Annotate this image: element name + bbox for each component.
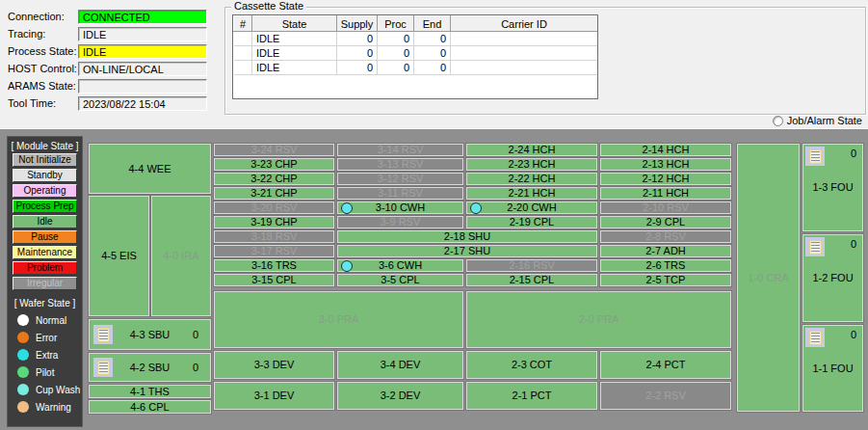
- wafer-count: 0: [193, 329, 198, 340]
- module-3-21-chp[interactable]: 3-21 CHP: [214, 187, 334, 200]
- module-2-8-rsv[interactable]: 2-8 RSV: [600, 230, 731, 243]
- module-4-2-sbu[interactable]: 4-2 SBU0: [89, 353, 211, 382]
- module-label: 4-0 IRA: [163, 251, 198, 261]
- module-3-20-rsv[interactable]: 3-20 RSV: [214, 202, 334, 214]
- radio-circle-icon[interactable]: [773, 116, 783, 126]
- module-3-14-rsv[interactable]: 3-14 RSV: [337, 144, 463, 156]
- module-2-16-rsv[interactable]: 2-16 RSV: [466, 259, 597, 272]
- module-2-21-hch[interactable]: 2-21 HCH: [466, 187, 597, 200]
- module-2-6-trs[interactable]: 2-6 TRS: [600, 259, 731, 272]
- col-header-end: End: [414, 16, 451, 32]
- module-3-19-chp[interactable]: 3-19 CHP: [214, 216, 334, 228]
- cassette-state-group: Cassette State # State Supply Proc End C…: [224, 7, 866, 115]
- module-2-23-hch[interactable]: 2-23 HCH: [466, 158, 597, 171]
- module-4-1-ths[interactable]: 4-1 THS: [89, 385, 211, 398]
- module-label: 2-3 COT: [512, 360, 552, 370]
- cassette-icon: [805, 237, 825, 256]
- module-3-1-dev[interactable]: 3-1 DEV: [214, 382, 334, 410]
- module-2-10-rsv[interactable]: 2-10 RSV: [600, 202, 731, 214]
- module-label: 3-5 CPL: [381, 275, 419, 285]
- module-4-4-wee[interactable]: 4-4 WEE: [89, 144, 211, 194]
- module-4-6-cpl[interactable]: 4-6 CPL: [89, 400, 211, 414]
- module-2-19-cpl[interactable]: 2-19 CPL: [466, 216, 597, 228]
- legend-panel: [ Module State ] Not Initialize Standby …: [7, 136, 83, 427]
- legend-maintenance: Maintenance: [13, 246, 77, 259]
- module-3-10-cwh[interactable]: 3-10 CWH: [337, 202, 463, 214]
- cell-carrier: [451, 61, 598, 75]
- module-2-11-hch[interactable]: 2-11 HCH: [600, 187, 731, 200]
- cassette-icon: [93, 325, 113, 344]
- module-label: 3-3 DEV: [254, 360, 295, 370]
- table-row[interactable]: IDLE 0 0 0: [234, 32, 598, 46]
- module-3-23-chp[interactable]: 3-23 CHP: [214, 158, 334, 171]
- module-1-3-fou[interactable]: 01-3 FOU: [802, 144, 863, 231]
- module-2-0-pra[interactable]: 2-0 PRA: [466, 291, 731, 348]
- module-3-24-rsv[interactable]: 3-24 RSV: [214, 144, 334, 156]
- module-label: 3-6 CWH: [379, 260, 422, 271]
- module-3-6-cwh[interactable]: 3-6 CWH: [337, 259, 463, 272]
- module-2-3-cot[interactable]: 2-3 COT: [466, 351, 597, 379]
- module-label: 2-1 PCT: [513, 390, 552, 401]
- module-2-2-rsv[interactable]: 2-2 RSV: [600, 382, 731, 410]
- module-2-5-tcp[interactable]: 2-5 TCP: [600, 274, 731, 286]
- table-row[interactable]: IDLE 0 0 0: [234, 61, 598, 75]
- cell-proc: 0: [378, 61, 414, 75]
- table-row[interactable]: IDLE 0 0 0: [234, 46, 598, 61]
- module-3-5-cpl[interactable]: 3-5 CPL: [337, 274, 463, 286]
- legend-wafer-label: Warning: [36, 402, 71, 413]
- module-2-12-hch[interactable]: 2-12 HCH: [600, 173, 731, 185]
- module-2-14-hch[interactable]: 2-14 HCH: [600, 144, 731, 156]
- module-1-2-fou[interactable]: 01-2 FOU: [802, 234, 863, 322]
- module-1-0-cra[interactable]: 1-0 CRA: [737, 144, 800, 412]
- module-3-22-chp[interactable]: 3-22 CHP: [214, 173, 334, 185]
- module-3-11-rsv[interactable]: 3-11 RSV: [337, 187, 463, 200]
- module-3-15-cpl[interactable]: 3-15 CPL: [214, 274, 334, 286]
- module-2-20-cwh[interactable]: 2-20 CWH: [466, 202, 597, 214]
- legend-wafer-extra: Extra: [17, 349, 82, 361]
- module-label: 3-4 DEV: [381, 360, 421, 370]
- module-label: 3-11 RSV: [378, 188, 423, 199]
- cell-state: IDLE: [252, 46, 337, 61]
- module-1-1-fou[interactable]: 01-1 FOU: [802, 325, 863, 412]
- legend-wafer-pilot: Pilot: [17, 366, 82, 378]
- module-label: 2-10 RSV: [643, 202, 689, 213]
- module-2-4-pct[interactable]: 2-4 PCT: [600, 351, 731, 379]
- module-3-4-dev[interactable]: 3-4 DEV: [337, 351, 463, 379]
- module-label: 3-24 RSV: [251, 145, 298, 155]
- module-label: 2-17 SHU: [444, 246, 490, 256]
- module-2-24-hch[interactable]: 2-24 HCH: [466, 144, 597, 156]
- module-label: 1-0 CRA: [748, 273, 788, 283]
- module-label: 3-16 TRS: [251, 260, 297, 271]
- module-4-0-ira[interactable]: 4-0 IRA: [151, 196, 211, 316]
- module-2-13-hch[interactable]: 2-13 HCH: [600, 158, 731, 171]
- module-label: 2-2 RSV: [645, 390, 686, 401]
- module-2-9-cpl[interactable]: 2-9 CPL: [600, 216, 731, 228]
- module-3-18-rsv[interactable]: 3-18 RSV: [214, 230, 334, 243]
- module-3-3-dev[interactable]: 3-3 DEV: [214, 351, 334, 379]
- module-label: 2-13 HCH: [643, 159, 690, 170]
- legend-wafer-label: Normal: [36, 315, 66, 326]
- module-2-22-hch[interactable]: 2-22 HCH: [466, 173, 597, 185]
- module-3-16-trs[interactable]: 3-16 TRS: [214, 259, 334, 272]
- cassette-icon: [805, 328, 825, 347]
- module-3-9-rsv[interactable]: 3-9 RSV: [337, 216, 463, 228]
- module-2-18-shu[interactable]: 2-18 SHU: [337, 230, 597, 243]
- module-2-17-shu[interactable]: 2-17 SHU: [337, 245, 597, 257]
- module-2-1-pct[interactable]: 2-1 PCT: [466, 382, 597, 410]
- module-4-3-sbu[interactable]: 4-3 SBU0: [89, 319, 211, 350]
- cell-state: IDLE: [252, 32, 337, 46]
- module-2-7-adh[interactable]: 2-7 ADH: [600, 245, 731, 257]
- module-2-15-cpl[interactable]: 2-15 CPL: [466, 274, 597, 286]
- module-3-13-rsv[interactable]: 3-13 RSV: [337, 158, 463, 171]
- job-alarm-state-radio[interactable]: Job/Alarm State: [773, 115, 862, 126]
- module-3-12-rsv[interactable]: 3-12 RSV: [337, 173, 463, 185]
- module-label: 2-21 HCH: [509, 188, 556, 199]
- module-label: 4-5 EIS: [101, 251, 137, 261]
- col-header-carrier-id: Carrier ID: [451, 16, 598, 32]
- module-3-0-pra[interactable]: 3-0 PRA: [214, 291, 463, 348]
- legend-process-prep: Process Prep: [13, 200, 77, 213]
- module-4-5-eis[interactable]: 4-5 EIS: [89, 196, 149, 316]
- legend-wafer-label: Pilot: [36, 367, 54, 378]
- module-3-2-dev[interactable]: 3-2 DEV: [337, 382, 463, 410]
- module-3-17-rsv[interactable]: 3-17 RSV: [214, 245, 334, 257]
